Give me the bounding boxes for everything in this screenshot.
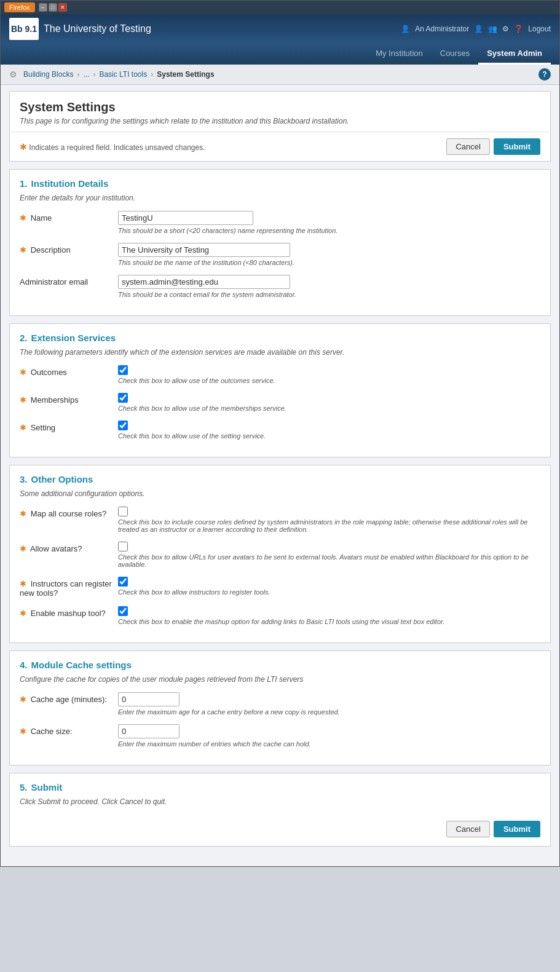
section-3-title: Other Options bbox=[31, 474, 93, 484]
logo-box: Bb 9.1 bbox=[9, 18, 39, 40]
close-button[interactable]: ✕ bbox=[58, 3, 67, 12]
bottom-btn-group: Cancel Submit bbox=[20, 815, 540, 837]
description-input[interactable] bbox=[118, 243, 290, 257]
avatars-star: ✱ bbox=[20, 544, 26, 553]
name-star: ✱ bbox=[20, 213, 26, 223]
setting-help: Check this box to allow use of the setti… bbox=[118, 432, 266, 440]
top-btn-group: Cancel Submit bbox=[446, 138, 540, 155]
map-roles-row: ✱ Map all course roles? Check this box t… bbox=[20, 507, 540, 533]
avatars-checkbox[interactable] bbox=[118, 542, 128, 551]
register-tools-checkbox[interactable] bbox=[118, 577, 128, 587]
memberships-row: ✱ Memberships Check this box to allow us… bbox=[20, 393, 540, 412]
user-icon: 👤 bbox=[401, 25, 410, 33]
memberships-field: Check this box to allow use of the membe… bbox=[118, 393, 540, 412]
header: Bb 9.1 The University of Testing 👤 An Ad… bbox=[1, 14, 559, 44]
cache-size-row: ✱ Cache size: Enter the maximum number o… bbox=[20, 724, 540, 748]
required-star: ✱ bbox=[20, 142, 27, 152]
section-2-intro: The following parameters identify which … bbox=[20, 348, 540, 357]
outcomes-row: ✱ Outcomes Check this box to allow use o… bbox=[20, 365, 540, 384]
section-5-title: Submit bbox=[31, 782, 63, 792]
nav-system-admin[interactable]: System Admin bbox=[478, 44, 551, 65]
maximize-button[interactable]: □ bbox=[49, 3, 57, 12]
memberships-checkbox[interactable] bbox=[118, 393, 128, 403]
memberships-label: ✱ Memberships bbox=[20, 393, 118, 405]
breadcrumb-building-blocks[interactable]: Building Blocks bbox=[23, 70, 73, 79]
section-5-text: Click Submit to proceed. Click Cancel to… bbox=[20, 797, 540, 806]
section-2-header: 2. Extension Services bbox=[20, 333, 540, 343]
setting-checkbox[interactable] bbox=[118, 421, 128, 430]
email-label: Administrator email bbox=[20, 275, 118, 286]
section-5-header: 5. Submit bbox=[20, 782, 540, 792]
cache-size-help: Enter the maximum number of entries whic… bbox=[118, 740, 540, 748]
bottom-submit-button[interactable]: Submit bbox=[494, 821, 540, 837]
logo-area: Bb 9.1 The University of Testing bbox=[9, 18, 151, 40]
memberships-star: ✱ bbox=[20, 395, 26, 405]
name-field: This should be a short (<20 characters) … bbox=[118, 211, 540, 234]
breadcrumb-sep-1: › bbox=[77, 70, 79, 79]
description-field: This should be the name of the instituti… bbox=[118, 243, 540, 266]
breadcrumb-sep-3: › bbox=[151, 70, 153, 79]
breadcrumb-ellipsis[interactable]: ... bbox=[83, 70, 89, 79]
person-icon: 👤 bbox=[474, 25, 483, 33]
bottom-cancel-button[interactable]: Cancel bbox=[446, 821, 489, 837]
email-field: This should be a contact email for the s… bbox=[118, 275, 540, 298]
avatars-help: Check this box to allow URLs for user av… bbox=[118, 553, 540, 568]
section-1-number: 1. bbox=[20, 178, 28, 189]
page-subtitle: This page is for configuring the setting… bbox=[20, 117, 540, 125]
outcomes-field: Check this box to allow use of the outco… bbox=[118, 365, 540, 384]
avatars-label: ✱ Allow avatars? bbox=[20, 542, 118, 553]
name-help: This should be a short (<20 characters) … bbox=[118, 227, 540, 234]
nav-courses[interactable]: Courses bbox=[432, 44, 478, 65]
cache-size-input[interactable] bbox=[118, 724, 179, 738]
minimize-button[interactable]: – bbox=[39, 3, 47, 12]
desc-star: ✱ bbox=[20, 245, 26, 255]
mashup-row: ✱ Enable mashup tool? Check this box to … bbox=[20, 606, 540, 625]
setting-field: Check this box to allow use of the setti… bbox=[118, 421, 540, 440]
section-2-number: 2. bbox=[20, 333, 28, 343]
top-submit-button[interactable]: Submit bbox=[494, 138, 540, 155]
register-tools-row: ✱ Instructors can register new tools? Ch… bbox=[20, 577, 540, 598]
register-tools-label: ✱ Instructors can register new tools? bbox=[20, 577, 118, 598]
top-cancel-button[interactable]: Cancel bbox=[446, 138, 489, 155]
header-right: 👤 An Administrator 👤 👥 ⚙ ❓ Logout bbox=[401, 25, 551, 33]
page-title: System Settings bbox=[20, 100, 540, 114]
cache-age-field: Enter the maximum age for a cache entry … bbox=[118, 692, 540, 716]
mashup-help: Check this box to enable the mashup opti… bbox=[118, 618, 444, 625]
help-button[interactable]: ? bbox=[538, 68, 551, 81]
name-input[interactable] bbox=[118, 211, 253, 225]
description-row: ✱ Description This should be the name of… bbox=[20, 243, 540, 266]
cache-size-label: ✱ Cache size: bbox=[20, 724, 118, 736]
institution-name: The University of Testing bbox=[44, 23, 151, 34]
gear-icon: ⚙ bbox=[9, 69, 17, 79]
section-4-header: 4. Module Cache settings bbox=[20, 660, 540, 670]
settings-icon: ⚙ bbox=[502, 25, 509, 33]
section-3-intro: Some additional configuration options. bbox=[20, 489, 540, 498]
section-4-number: 4. bbox=[20, 660, 28, 670]
avatars-field: Check this box to allow URLs for user av… bbox=[118, 542, 540, 568]
email-help: This should be a contact email for the s… bbox=[118, 291, 540, 298]
help-icon: ❓ bbox=[514, 25, 523, 33]
nav-my-institution[interactable]: My Institution bbox=[367, 44, 432, 65]
cache-age-star: ✱ bbox=[20, 695, 26, 704]
breadcrumb-basic-lti[interactable]: Basic LTI tools bbox=[99, 70, 147, 79]
map-roles-label: ✱ Map all course roles? bbox=[20, 507, 118, 518]
section-1-header: 1. Institution Details bbox=[20, 178, 540, 189]
outcomes-checkbox[interactable] bbox=[118, 365, 128, 375]
cache-age-input[interactable] bbox=[118, 692, 179, 706]
map-roles-field: Check this box to include course roles d… bbox=[118, 507, 540, 533]
main-content: System Settings This page is for configu… bbox=[1, 85, 559, 866]
section-2-title: Extension Services bbox=[31, 333, 116, 343]
map-roles-checkbox[interactable] bbox=[118, 507, 128, 516]
register-tools-help: Check this box to allow instructors to r… bbox=[118, 588, 270, 596]
outcomes-label: ✱ Outcomes bbox=[20, 365, 118, 377]
logout-button[interactable]: Logout bbox=[528, 25, 551, 33]
email-input[interactable] bbox=[118, 275, 290, 289]
outcomes-star: ✱ bbox=[20, 368, 26, 377]
name-row: ✱ Name This should be a short (<20 chara… bbox=[20, 211, 540, 234]
mashup-checkbox[interactable] bbox=[118, 606, 128, 616]
setting-star: ✱ bbox=[20, 423, 26, 432]
section-cache: 4. Module Cache settings Configure the c… bbox=[9, 650, 551, 765]
section-1-title: Institution Details bbox=[31, 178, 109, 189]
cache-age-label: ✱ Cache age (minutes): bbox=[20, 692, 118, 704]
section-institution: 1. Institution Details Enter the details… bbox=[9, 169, 551, 316]
